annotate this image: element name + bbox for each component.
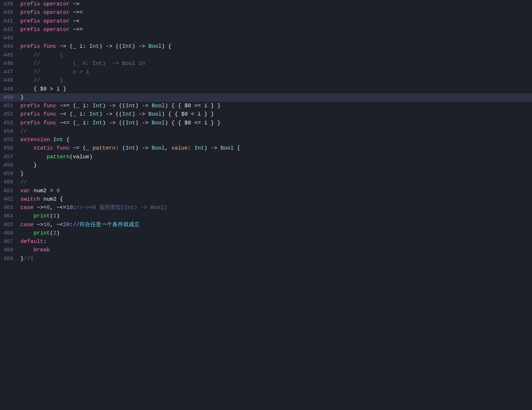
- token: func: [43, 111, 56, 117]
- line-number: 444: [0, 42, 19, 51]
- token: prefix: [20, 111, 40, 117]
- token: ~< (: [56, 111, 73, 117]
- token: Int: [125, 120, 135, 126]
- code-line: 463case ~>=0, ~<=10://~>=0 返回类型(Int) -> …: [0, 204, 532, 212]
- line-content: prefix operator ~<=: [19, 26, 532, 34]
- line-number: 445: [0, 51, 19, 59]
- token: Int: [89, 43, 99, 50]
- token: [40, 18, 43, 24]
- token: ~>: [34, 222, 43, 228]
- line-number: 449: [0, 85, 19, 93]
- token: Int: [93, 120, 102, 126]
- line-number: 450: [0, 93, 19, 102]
- token: 20: [63, 222, 70, 228]
- token: ): [132, 111, 138, 117]
- token: ((: [112, 111, 122, 117]
- token: ) { { $0 <= i } }: [165, 120, 220, 126]
- token: switch: [20, 196, 40, 202]
- line-number: 441: [0, 17, 19, 26]
- token: Int: [125, 145, 135, 151]
- token: ~<: [70, 18, 79, 24]
- token: ): [102, 120, 109, 126]
- code-line: 454//: [0, 127, 532, 136]
- token: ): [204, 145, 211, 151]
- code-line: 468 break: [0, 246, 532, 254]
- code-line: 469}//1: [0, 255, 532, 263]
- line-number: 462: [0, 195, 19, 204]
- token: operator: [43, 9, 70, 16]
- token: ->: [106, 43, 112, 50]
- code-line: 446 // (_ n: Int) -> Bool in: [0, 59, 532, 68]
- token: ) { { $0 >= i } }: [165, 103, 220, 109]
- code-line: 439prefix operator ~>: [0, 0, 532, 8]
- token: [148, 103, 152, 109]
- line-number: 440: [0, 8, 19, 17]
- token: 0: [47, 205, 50, 211]
- code-line: 450}: [0, 93, 532, 102]
- code-line: 452prefix func ~< (_ i: Int) -> ((Int) -…: [0, 110, 532, 119]
- token: prefix: [20, 9, 40, 16]
- token: Bool: [148, 43, 161, 50]
- code-line: 456 static func ~= (_ pattern: (Int) -> …: [0, 144, 532, 152]
- token: [20, 154, 47, 160]
- token: (: [70, 154, 73, 160]
- code-line: 440prefix operator ~>=: [0, 8, 532, 17]
- token: pattern: [47, 154, 70, 160]
- code-line: 458 }: [0, 161, 532, 170]
- token: , ~<: [50, 222, 63, 228]
- code-line: 443: [0, 34, 532, 42]
- line-content: pattern(value): [19, 153, 532, 161]
- token: }: [20, 171, 24, 177]
- line-content: default:: [19, 237, 532, 246]
- code-line: 445 // {: [0, 51, 532, 59]
- line-number: 453: [0, 119, 19, 127]
- code-line: 451prefix func ~>= (_ i: Int) -> ((Int) …: [0, 102, 532, 110]
- token: }: [20, 162, 37, 169]
- code-line: 449 { $0 > i }: [0, 85, 532, 93]
- token: {: [63, 137, 70, 143]
- line-content: switch num2 {: [19, 195, 532, 204]
- line-number: 469: [0, 255, 19, 263]
- token: , ~<=: [50, 205, 66, 211]
- token: ~>: [70, 1, 79, 7]
- token: prefix: [20, 120, 40, 126]
- line-number: 451: [0, 102, 19, 110]
- token: ->: [138, 43, 145, 50]
- token: 10: [43, 222, 50, 228]
- line-number: 468: [0, 246, 19, 254]
- token: Bool: [148, 111, 161, 117]
- token: print: [34, 213, 50, 219]
- line-number: 443: [0, 34, 19, 42]
- token: ~>=: [70, 9, 83, 16]
- token: case: [20, 222, 34, 228]
- line-number: 463: [0, 204, 19, 212]
- token: ((: [112, 43, 122, 50]
- token: ): [99, 43, 106, 50]
- line-content: print(2): [19, 229, 532, 237]
- token: ->: [142, 103, 148, 109]
- token: [40, 111, 43, 117]
- token: [20, 77, 34, 84]
- token: Bool: [152, 120, 165, 126]
- token: 2: [53, 230, 56, 236]
- code-line: 455extension Int {: [0, 136, 532, 144]
- line-content: }: [19, 93, 532, 102]
- token: num2 =: [30, 188, 56, 194]
- line-content: prefix func ~< (_ i: Int) -> ((Int) -> B…: [19, 110, 532, 119]
- line-content: break: [19, 246, 532, 254]
- code-line: 461var num2 = 9: [0, 187, 532, 195]
- line-content: var num2 = 9: [19, 187, 532, 195]
- token: [148, 120, 152, 126]
- line-content: prefix operator ~>=: [19, 8, 532, 17]
- token: func: [43, 103, 56, 109]
- token: //1: [24, 256, 34, 262]
- line-number: 460: [0, 178, 19, 186]
- token: ,: [165, 145, 171, 151]
- line-number: 466: [0, 229, 19, 237]
- token: ): [135, 120, 142, 126]
- line-content: [19, 34, 532, 42]
- token: 9: [56, 188, 60, 194]
- token: [40, 27, 43, 33]
- token: Int: [125, 103, 135, 109]
- token: [20, 61, 34, 67]
